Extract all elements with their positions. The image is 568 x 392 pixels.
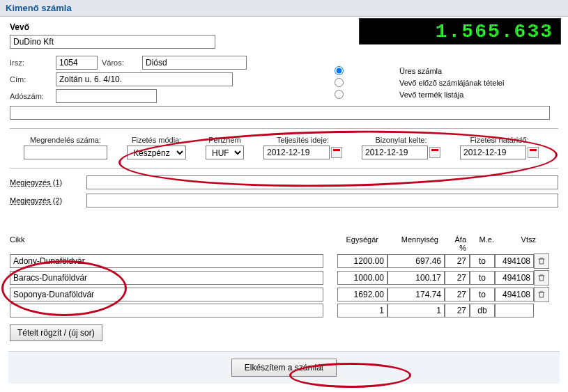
vtsz-input[interactable] [495,271,534,285]
payment-method-label: Fizetés módja: [132,136,182,144]
quantity-input[interactable] [387,271,445,285]
quantity-input[interactable] [387,254,445,268]
unitprice-input[interactable] [337,254,387,268]
vat-input[interactable] [445,254,470,268]
add-row-button[interactable]: Tételt rögzít / (új sor) [10,324,102,341]
extra-input[interactable] [10,106,550,120]
radio-empty-invoice[interactable] [335,66,344,75]
unitprice-input[interactable] [337,288,387,301]
item-name-input[interactable] [10,288,323,301]
unit-input[interactable] [470,288,495,301]
currency-label: Pénznem [208,136,240,144]
varos-input[interactable] [142,56,247,70]
radio-product-list[interactable] [335,90,344,99]
radio-prev-items[interactable] [335,78,344,87]
fulfillment-date-input[interactable] [263,146,330,159]
col-quantity: Mennyiség [384,235,441,253]
unitprice-input[interactable] [337,271,387,285]
radio-label-empty: Üres számla [399,67,442,75]
adoszam-input[interactable] [56,89,157,103]
unit-input[interactable] [470,271,495,285]
cim-input[interactable] [56,72,233,86]
trash-icon[interactable] [534,287,549,302]
col-unitprice: Egységár [331,235,381,253]
note2-label: Megjegyzés (2) [10,196,86,205]
irsz-label: Irsz: [10,58,52,67]
vat-input[interactable] [445,288,470,301]
item-row [10,287,558,302]
varos-label: Város: [102,58,138,67]
calendar-icon[interactable] [331,147,342,158]
buyer-name-input[interactable] [10,35,215,49]
item-name-input[interactable] [10,271,323,285]
total-counter: 1.565.633 [359,18,561,45]
radio-label-prev: Vevő előző számlájának tételei [399,79,504,87]
fulfillment-date-label: Teljesítés ideje: [277,136,329,144]
invoice-mode-radio-group: Üres számla Vevő előző számlájának tétel… [335,66,504,102]
due-date-label: Fizetési határidő: [470,136,529,144]
note1-input[interactable] [86,175,558,189]
payment-method-select[interactable]: Készpénz [127,146,186,159]
note2-input[interactable] [86,194,558,207]
order-number-input[interactable] [24,146,107,159]
due-date-input[interactable] [460,146,526,159]
radio-label-products: Vevő termék listája [399,91,463,99]
quantity-input[interactable] [387,288,445,301]
vat-input[interactable] [445,304,470,317]
vtsz-input[interactable] [495,304,534,317]
item-name-input[interactable] [10,254,323,268]
col-vat: Áfa % [444,235,469,253]
quantity-input[interactable] [387,304,445,317]
order-number-label: Megrendelés száma: [30,136,101,144]
trash-icon[interactable] [534,253,549,269]
item-row [10,253,558,269]
vat-input[interactable] [445,271,470,285]
irsz-input[interactable] [56,56,98,70]
vtsz-input[interactable] [495,254,534,268]
submit-invoice-button[interactable]: Elkészítem a számlát [231,359,337,377]
currency-select[interactable]: HUF [206,146,244,159]
adoszam-label: Adószám: [10,92,52,100]
trash-icon[interactable] [534,270,549,285]
unitprice-input[interactable] [337,304,387,317]
cim-label: Cím: [10,75,52,84]
unit-input[interactable] [470,304,495,317]
vtsz-input[interactable] [495,288,534,301]
calendar-icon[interactable] [528,147,539,158]
col-unit: M.e. [472,235,497,253]
item-name-input[interactable] [10,304,323,317]
item-column-label: Cikk [10,235,331,244]
unit-input[interactable] [470,254,495,268]
col-vtsz: Vtsz [500,235,539,253]
calendar-icon[interactable] [429,147,440,158]
document-date-label: Bizonylat kelte: [376,136,427,144]
window-title: Kimenő számla [0,0,568,17]
document-date-input[interactable] [362,146,428,159]
item-row [10,304,558,317]
item-row [10,270,558,285]
note1-label: Megjegyzés (1) [10,178,86,187]
